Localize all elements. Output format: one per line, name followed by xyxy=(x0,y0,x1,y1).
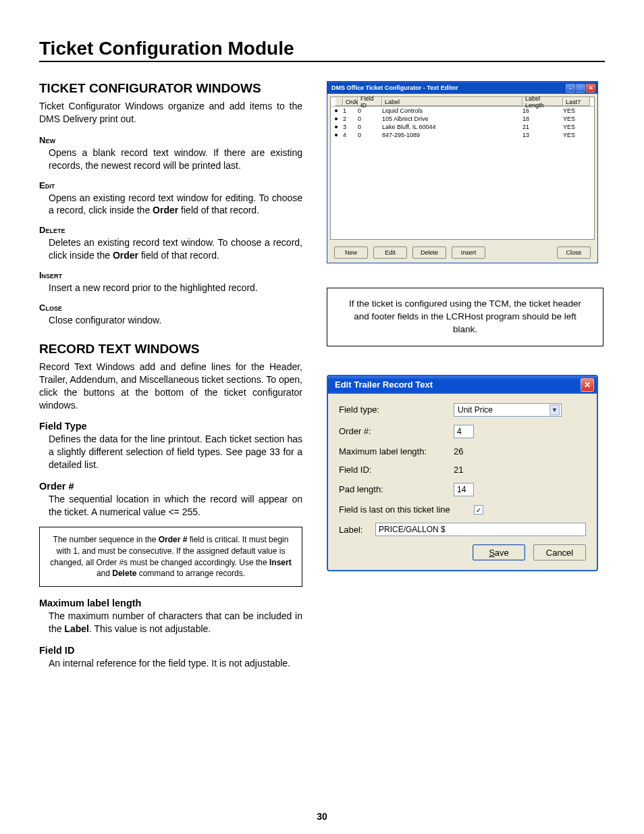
table-body: Order Field ID Label Label Length Last? … xyxy=(330,97,595,240)
save-button[interactable]: Save xyxy=(473,544,525,561)
def-term-ordernum: Order # xyxy=(39,481,302,492)
section1-intro: Ticket Configurator Windows organize and… xyxy=(39,100,302,126)
chevron-down-icon[interactable]: ▼ xyxy=(549,405,560,415)
cell-len: 16 xyxy=(522,107,563,114)
cell-fieldid: 0 xyxy=(358,115,382,122)
cell-len: 13 xyxy=(522,132,563,138)
table-row[interactable]: 1 0 Liquid Controls 16 YES xyxy=(331,107,594,115)
field-type-select[interactable]: Unit Price ▼ xyxy=(454,403,562,417)
cell-order: 3 xyxy=(343,124,358,130)
close-icon[interactable]: ✕ xyxy=(581,378,594,392)
page-number: 30 xyxy=(0,811,644,822)
order-note-box: The number sequence in the Order # field… xyxy=(39,527,302,587)
dialog-button-row: Save Cancel xyxy=(339,544,586,561)
def-term-close: Close xyxy=(39,303,302,313)
def-desc-new: Opens a blank record text window. If the… xyxy=(49,147,302,172)
field-type-label: Field type: xyxy=(339,405,454,415)
col-label[interactable]: Label xyxy=(382,97,522,106)
fieldid-row: Field ID: 21 xyxy=(339,465,586,475)
bold-order: Order xyxy=(113,250,138,261)
close-button[interactable]: Close xyxy=(557,246,591,259)
def-term-edit: Edit xyxy=(39,180,302,190)
edit-button[interactable]: Edit xyxy=(373,246,407,259)
window-titlebar[interactable]: DMS Office Ticket Configurator - Text Ed… xyxy=(327,82,597,94)
bold-order: Order xyxy=(153,205,178,215)
label-row: Label: PRICE/GALLON $ xyxy=(339,523,586,536)
def-desc-delete: Deletes an existing record text window. … xyxy=(49,236,302,262)
def-desc-close: Close configurator window. xyxy=(49,314,302,327)
table-row[interactable]: 3 0 Lake Bluff, IL 60044 21 YES xyxy=(331,123,594,131)
cell-last: YES xyxy=(563,107,590,114)
cell-order: 2 xyxy=(343,115,358,122)
insert-button[interactable]: Insert xyxy=(452,246,485,259)
page-title: Ticket Configuration Module xyxy=(39,38,605,62)
close-icon[interactable]: ✕ xyxy=(586,84,595,93)
right-column: DMS Office Ticket Configurator - Text Ed… xyxy=(327,81,603,678)
b: Order # xyxy=(159,535,188,544)
order-input[interactable]: 4 xyxy=(454,425,474,438)
padlen-row: Pad length: 14 xyxy=(339,483,586,496)
table-row[interactable]: 2 0 105 Albrect Drive 18 YES xyxy=(331,115,594,123)
cell-order: 4 xyxy=(343,132,358,138)
cancel-button[interactable]: Cancel xyxy=(533,544,586,561)
cell-len: 18 xyxy=(522,115,563,122)
left-column: TICKET CONFIGURATOR WINDOWS Ticket Confi… xyxy=(39,81,302,678)
cell-label: Lake Bluff, IL 60044 xyxy=(382,124,522,130)
two-column-layout: TICKET CONFIGURATOR WINDOWS Ticket Confi… xyxy=(39,81,605,678)
maxlen-label: Maximum label length: xyxy=(339,446,454,457)
cell-label: Liquid Controls xyxy=(382,107,522,114)
def-desc-fieldid: An internal reference for the field type… xyxy=(49,657,302,670)
col-order[interactable]: Order xyxy=(343,97,358,106)
txt: field of that record. xyxy=(178,205,259,215)
new-button[interactable]: New xyxy=(334,246,368,259)
table-header-row: Order Field ID Label Label Length Last? xyxy=(331,97,594,107)
padlen-input[interactable]: 14 xyxy=(454,483,474,496)
cell-fieldid: 0 xyxy=(358,124,382,130)
def-term-maxlabel: Maximum label length xyxy=(39,598,302,608)
delete-button[interactable]: Delete xyxy=(412,246,446,259)
window-title: DMS Office Ticket Configurator - Text Ed… xyxy=(331,84,458,91)
cell-last: YES xyxy=(563,132,590,138)
cell-fieldid: 0 xyxy=(358,132,382,138)
padlen-label: Pad length: xyxy=(339,484,454,494)
label-label: Label: xyxy=(339,525,375,535)
col-label-length[interactable]: Label Length xyxy=(522,97,563,106)
row-marker-icon xyxy=(335,126,338,128)
islast-row: Field is last on this ticket line ✓ xyxy=(339,504,586,515)
minimize-icon[interactable]: – xyxy=(566,84,575,93)
table-row[interactable]: 4 0 847-295-1089 13 YES xyxy=(331,131,594,139)
txt: command to arrange records. xyxy=(136,569,245,578)
col-last[interactable]: Last? xyxy=(563,97,590,106)
row-marker-icon xyxy=(335,134,338,136)
field-type-row: Field type: Unit Price ▼ xyxy=(339,403,586,417)
cell-last: YES xyxy=(563,115,590,122)
save-rest: ave xyxy=(495,548,509,558)
order-row: Order #: 4 xyxy=(339,425,586,438)
row-marker-icon xyxy=(335,118,338,120)
window-footer: New Edit Delete Insert Close xyxy=(327,242,597,263)
tcm-note-box: If the ticket is configured using the TC… xyxy=(327,288,603,346)
maxlen-row: Maximum label length: 26 xyxy=(339,446,586,457)
def-desc-fieldtype: Defines the data for the line printout. … xyxy=(49,433,302,471)
cell-len: 21 xyxy=(522,124,563,130)
txt: field of that record. xyxy=(138,250,219,261)
b: Delete xyxy=(112,569,136,578)
b: Insert xyxy=(269,558,292,567)
label-input[interactable]: PRICE/GALLON $ xyxy=(375,523,586,536)
def-term-new: New xyxy=(39,135,302,145)
islast-checkbox[interactable]: ✓ xyxy=(474,505,483,515)
field-type-value: Unit Price xyxy=(458,405,493,415)
cell-label: 105 Albrect Drive xyxy=(382,115,522,122)
text-editor-window: DMS Office Ticket Configurator - Text Ed… xyxy=(327,81,598,263)
cell-fieldid: 0 xyxy=(358,107,382,114)
def-desc-maxlabel: The maximum number of characters that ca… xyxy=(49,610,302,635)
def-term-delete: Delete xyxy=(39,225,302,235)
row-marker-icon xyxy=(335,109,338,112)
fieldid-label: Field ID: xyxy=(339,465,454,475)
maximize-icon[interactable]: □ xyxy=(576,84,585,93)
cell-order: 1 xyxy=(343,107,358,114)
txt: The number sequence in the xyxy=(53,535,159,544)
col-field-id[interactable]: Field ID xyxy=(358,97,382,106)
def-term-insert: Insert xyxy=(39,270,302,280)
window-titlebar[interactable]: Edit Trailer Record Text ✕ xyxy=(328,376,597,394)
